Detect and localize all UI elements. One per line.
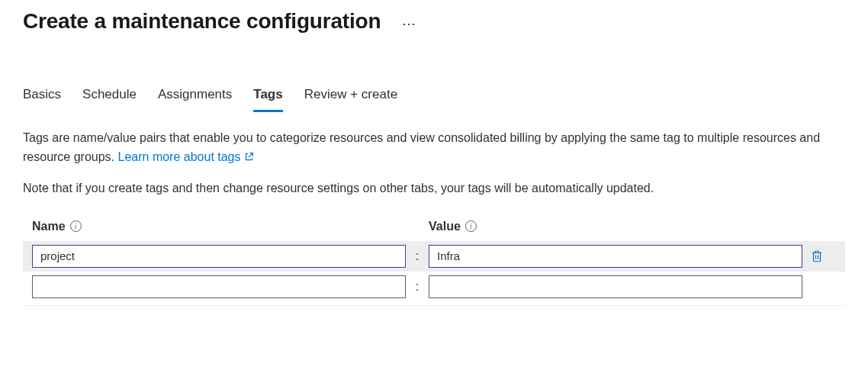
divider <box>23 305 845 306</box>
tags-note: Note that if you create tags and then ch… <box>23 182 845 195</box>
trash-icon <box>810 249 824 263</box>
external-link-icon <box>244 149 254 168</box>
more-icon[interactable]: ⋯ <box>402 17 416 31</box>
tags-description: Tags are name/value pairs that enable yo… <box>23 129 845 168</box>
tags-table: Name i Value i : <box>23 217 845 306</box>
info-icon[interactable]: i <box>70 220 82 232</box>
tag-name-input[interactable] <box>32 245 406 268</box>
tag-row: : <box>23 272 845 302</box>
column-header-name: Name i <box>32 220 406 233</box>
tab-assignments[interactable]: Assignments <box>158 87 232 112</box>
tab-schedule[interactable]: Schedule <box>82 87 137 112</box>
page-title: Create a maintenance configuration <box>23 9 381 34</box>
tab-review[interactable]: Review + create <box>304 87 397 112</box>
separator: : <box>416 249 419 262</box>
separator: : <box>416 280 419 293</box>
info-icon[interactable]: i <box>465 220 477 232</box>
tag-name-input[interactable] <box>32 275 406 298</box>
tag-value-input[interactable] <box>429 245 802 268</box>
tabs: Basics Schedule Assignments Tags Review … <box>23 87 845 112</box>
learn-more-link[interactable]: Learn more about tags <box>118 150 254 163</box>
tag-value-input[interactable] <box>429 275 802 298</box>
tag-row: : <box>23 241 845 272</box>
tab-basics[interactable]: Basics <box>23 87 61 112</box>
tab-tags[interactable]: Tags <box>253 87 282 112</box>
column-header-value: Value i <box>429 220 802 233</box>
delete-tag-button[interactable] <box>807 246 827 266</box>
